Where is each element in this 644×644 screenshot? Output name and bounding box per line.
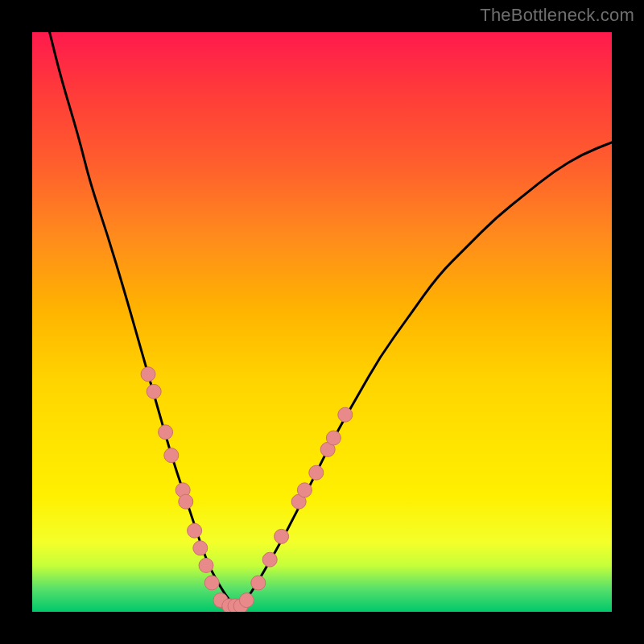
data-marker bbox=[239, 593, 254, 608]
data-marker bbox=[147, 384, 161, 398]
data-marker bbox=[188, 523, 202, 538]
plot-area bbox=[32, 32, 612, 612]
data-marker bbox=[159, 425, 173, 440]
data-marker bbox=[164, 448, 179, 463]
data-marker bbox=[297, 483, 312, 497]
data-marker bbox=[141, 367, 155, 382]
marker-group bbox=[141, 367, 353, 612]
watermark-text: TheBottleneck.com bbox=[480, 5, 634, 26]
data-marker bbox=[204, 576, 219, 590]
data-marker bbox=[193, 541, 208, 555]
data-marker bbox=[199, 558, 213, 572]
bottleneck-curve bbox=[50, 32, 612, 605]
data-marker bbox=[338, 407, 353, 422]
chart-svg bbox=[32, 32, 612, 612]
chart-stage: TheBottleneck.com bbox=[0, 0, 644, 644]
data-marker bbox=[179, 494, 193, 509]
data-marker bbox=[309, 465, 324, 480]
data-marker bbox=[262, 552, 277, 567]
data-marker bbox=[275, 529, 289, 543]
data-marker bbox=[326, 431, 341, 445]
curve-path bbox=[50, 32, 612, 605]
data-marker bbox=[251, 576, 266, 590]
